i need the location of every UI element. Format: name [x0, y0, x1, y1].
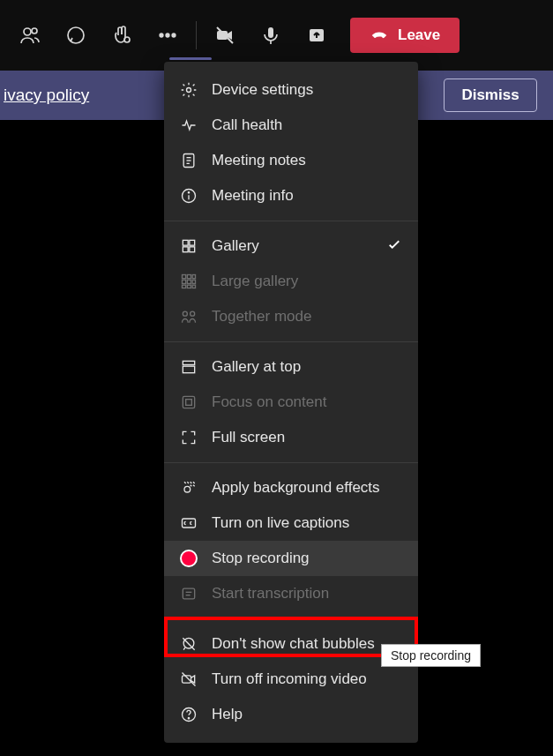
svg-rect-24 — [183, 275, 186, 279]
toolbar-separator — [196, 21, 197, 49]
grid-icon — [180, 237, 198, 255]
svg-rect-35 — [183, 361, 194, 364]
svg-rect-27 — [183, 280, 186, 283]
menu-item-stop-recording[interactable]: Stop recording — [164, 541, 418, 576]
svg-rect-30 — [183, 285, 186, 288]
svg-rect-32 — [192, 285, 195, 288]
svg-rect-9 — [268, 27, 273, 38]
menu-label: Call health — [212, 116, 282, 134]
raise-hand-icon[interactable] — [99, 12, 145, 58]
menu-label: Gallery — [212, 237, 259, 255]
menu-label: Gallery at top — [212, 358, 301, 376]
menu-separator — [164, 341, 418, 342]
svg-rect-23 — [190, 247, 195, 252]
chat-bubbles-off-icon — [180, 635, 198, 653]
help-icon — [180, 706, 198, 723]
menu-item-turn-off-video[interactable]: Turn off incoming video — [164, 662, 418, 697]
menu-label: Turn off incoming video — [212, 670, 367, 688]
share-screen-icon[interactable] — [294, 12, 340, 58]
svg-rect-29 — [192, 280, 195, 283]
menu-item-dont-show-chat[interactable]: Don't show chat bubbles — [164, 626, 418, 662]
large-grid-icon — [180, 273, 198, 290]
svg-rect-26 — [192, 275, 195, 279]
svg-point-5 — [166, 34, 169, 37]
menu-item-full-screen[interactable]: Full screen — [164, 420, 418, 455]
checkmark-icon — [386, 236, 402, 257]
people-icon[interactable] — [7, 12, 53, 58]
camera-off-icon[interactable] — [202, 12, 248, 58]
gallery-top-icon — [180, 358, 198, 376]
svg-point-34 — [191, 311, 195, 316]
record-icon — [180, 550, 198, 567]
svg-rect-20 — [183, 240, 188, 245]
menu-label: Turn on live captions — [212, 514, 349, 532]
menu-item-device-settings[interactable]: Device settings — [164, 72, 418, 108]
menu-item-gallery-at-top[interactable]: Gallery at top — [164, 349, 418, 385]
menu-item-meeting-notes[interactable]: Meeting notes — [164, 143, 418, 178]
menu-label: Focus on content — [212, 393, 326, 411]
info-icon — [180, 187, 198, 205]
menu-separator — [164, 221, 418, 221]
menu-label: Meeting notes — [212, 152, 306, 169]
menu-label: Don't show chat bubbles — [212, 635, 375, 653]
menu-label: Start transcription — [212, 585, 329, 603]
menu-item-focus-on-content: Focus on content — [164, 385, 418, 420]
menu-label: Stop recording — [212, 550, 310, 567]
menu-item-meeting-info[interactable]: Meeting info — [164, 178, 418, 213]
dismiss-button[interactable]: Dismiss — [444, 79, 537, 112]
privacy-policy-link[interactable]: ivacy policy — [4, 86, 89, 105]
menu-item-call-health[interactable]: Call health — [164, 108, 418, 143]
menu-label: Together mode — [212, 308, 311, 326]
menu-item-live-captions[interactable]: Turn on live captions — [164, 505, 418, 541]
active-tab-indicator — [169, 57, 212, 60]
meeting-toolbar: Leave — [0, 0, 553, 71]
tooltip: Stop recording — [381, 644, 481, 667]
more-actions-icon[interactable] — [145, 12, 191, 58]
menu-item-start-transcription: Start transcription — [164, 576, 418, 611]
menu-label: Large gallery — [212, 273, 298, 290]
svg-rect-36 — [183, 366, 194, 373]
menu-item-apply-background[interactable]: Apply background effects — [164, 470, 418, 505]
svg-rect-37 — [183, 396, 194, 408]
menu-label: Full screen — [212, 429, 285, 446]
svg-point-49 — [188, 718, 189, 719]
svg-point-39 — [184, 486, 191, 492]
together-icon — [180, 308, 198, 326]
svg-rect-31 — [187, 285, 191, 288]
menu-label: Help — [212, 706, 243, 723]
svg-rect-25 — [187, 275, 191, 279]
svg-rect-41 — [183, 588, 194, 599]
svg-rect-21 — [190, 240, 195, 245]
chat-icon[interactable] — [53, 12, 99, 58]
hangup-icon — [370, 26, 389, 45]
menu-separator — [164, 462, 418, 463]
menu-item-together-mode: Together mode — [164, 299, 418, 334]
menu-item-large-gallery: Large gallery — [164, 264, 418, 299]
menu-item-gallery[interactable]: Gallery — [164, 228, 418, 264]
background-effects-icon — [180, 479, 198, 497]
svg-point-4 — [160, 34, 163, 37]
svg-point-1 — [32, 28, 37, 34]
svg-point-33 — [183, 311, 187, 316]
transcription-icon — [180, 585, 198, 603]
pulse-icon — [180, 116, 198, 134]
svg-point-6 — [172, 34, 176, 37]
leave-label: Leave — [398, 26, 440, 44]
menu-label: Meeting info — [212, 187, 294, 205]
dismiss-label: Dismiss — [461, 86, 519, 104]
svg-rect-22 — [183, 247, 188, 252]
menu-separator — [164, 618, 418, 619]
notes-icon — [180, 152, 198, 169]
svg-point-19 — [188, 192, 189, 193]
svg-line-47 — [183, 673, 196, 686]
svg-point-0 — [24, 28, 31, 35]
captions-icon — [180, 514, 198, 532]
fullscreen-icon — [180, 429, 198, 446]
leave-button[interactable]: Leave — [350, 18, 460, 53]
microphone-icon[interactable] — [248, 12, 294, 58]
more-actions-menu: Device settings Call health Meeting note… — [164, 62, 418, 743]
gear-icon — [180, 81, 198, 99]
incoming-video-off-icon — [180, 670, 198, 688]
focus-icon — [180, 393, 198, 411]
menu-item-help[interactable]: Help — [164, 697, 418, 732]
